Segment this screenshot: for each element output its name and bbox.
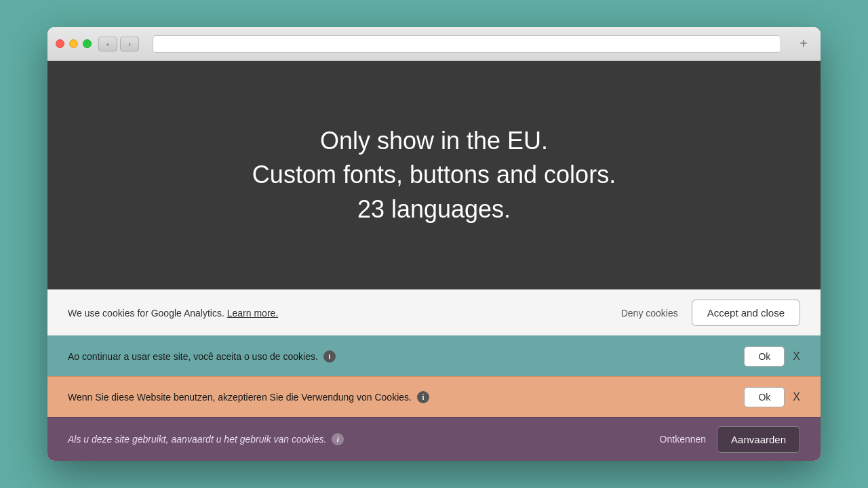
nav-buttons: ‹ › bbox=[98, 37, 139, 52]
cookie-bar-1-message: We use cookies for Google Analytics. Lea… bbox=[68, 308, 278, 319]
cookie-bar-4-message: Als u deze site gebruikt, aanvaardt u he… bbox=[68, 433, 344, 445]
info-icon-2[interactable]: i bbox=[323, 350, 336, 363]
cookie-bar-2: Ao continuar a usar este site, você acei… bbox=[47, 336, 821, 376]
traffic-lights bbox=[56, 39, 92, 48]
page-content: Only show in the EU. Custom fonts, butto… bbox=[47, 61, 821, 461]
info-icon-4[interactable]: i bbox=[332, 433, 344, 445]
ok-button-2[interactable]: Ok bbox=[744, 346, 785, 367]
hero-section: Only show in the EU. Custom fonts, butto… bbox=[47, 61, 821, 289]
cookie-bar-1: We use cookies for Google Analytics. Lea… bbox=[47, 289, 821, 336]
cookie-bar-3: Wenn Sie diese Website benutzen, akzepti… bbox=[47, 376, 821, 417]
fullscreen-window-button[interactable] bbox=[83, 39, 92, 48]
browser-chrome: ‹ › + bbox=[47, 27, 821, 61]
close-button-3[interactable]: X bbox=[793, 391, 800, 403]
cookie-bar-3-actions: Ok X bbox=[744, 387, 800, 407]
hero-line-1: Only show in the EU. bbox=[252, 124, 616, 158]
minimize-window-button[interactable] bbox=[69, 39, 78, 48]
forward-button[interactable]: › bbox=[120, 37, 139, 52]
back-button[interactable]: ‹ bbox=[98, 37, 117, 52]
address-bar[interactable] bbox=[153, 35, 781, 53]
hero-line-3: 23 languages. bbox=[252, 192, 616, 226]
cookie-bar-2-message: Ao continuar a usar este site, você acei… bbox=[68, 350, 336, 363]
new-tab-button[interactable]: + bbox=[795, 35, 812, 53]
learn-more-link[interactable]: Learn more. bbox=[227, 308, 278, 319]
ok-button-3[interactable]: Ok bbox=[744, 387, 785, 407]
cookie-bar-1-actions: Deny cookies Accept and close bbox=[621, 300, 800, 326]
cookie-bar-2-actions: Ok X bbox=[744, 346, 800, 367]
cookie-bar-4-actions: Ontkennen Aanvaarden bbox=[660, 426, 800, 453]
hero-text: Only show in the EU. Custom fonts, butto… bbox=[252, 124, 616, 226]
aanvaarden-button[interactable]: Aanvaarden bbox=[717, 426, 800, 453]
cookie-bar-4-text: Als u deze site gebruikt, aanvaardt u he… bbox=[68, 434, 326, 445]
browser-window: ‹ › + Only show in the EU. Custom fonts,… bbox=[47, 27, 821, 461]
ontkennen-button[interactable]: Ontkennen bbox=[660, 434, 707, 445]
cookie-bar-3-message: Wenn Sie diese Website benutzen, akzepti… bbox=[68, 391, 429, 403]
accept-close-button[interactable]: Accept and close bbox=[692, 300, 800, 326]
cookie-bar-3-text: Wenn Sie diese Website benutzen, akzepti… bbox=[68, 392, 412, 403]
close-window-button[interactable] bbox=[56, 39, 64, 48]
deny-cookies-button[interactable]: Deny cookies bbox=[621, 308, 678, 319]
close-button-2[interactable]: X bbox=[793, 350, 800, 363]
info-icon-3[interactable]: i bbox=[417, 391, 429, 403]
cookie-message-text: We use cookies for Google Analytics. bbox=[68, 308, 224, 319]
cookie-bar-4: Als u deze site gebruikt, aanvaardt u he… bbox=[47, 417, 821, 461]
cookie-bar-2-text: Ao continuar a usar este site, você acei… bbox=[68, 351, 318, 362]
hero-line-2: Custom fonts, buttons and colors. bbox=[252, 158, 616, 192]
